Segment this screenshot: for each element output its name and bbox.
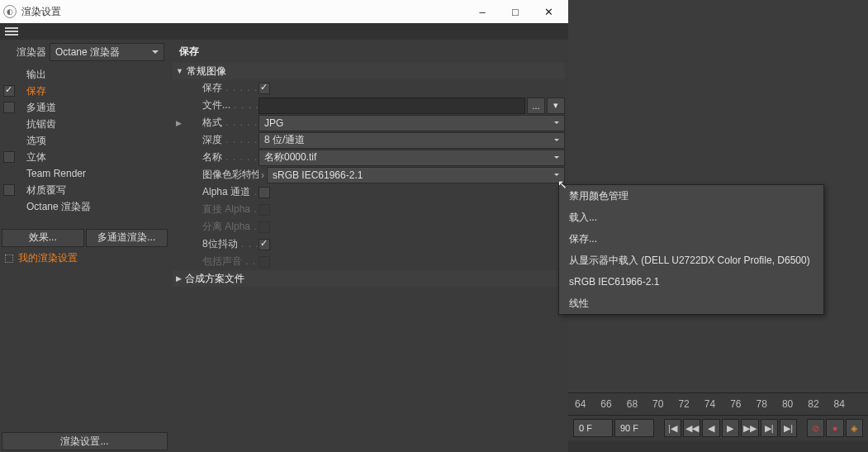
prev-frame-button[interactable]: ◀ bbox=[702, 419, 719, 437]
close-button[interactable]: ✕ bbox=[532, 0, 565, 23]
sidebar-item-output[interactable]: 输出 bbox=[0, 66, 169, 83]
row-separate-alpha: 分离 Alpha bbox=[173, 218, 565, 236]
window-title: 渲染设置 bbox=[21, 5, 466, 19]
menubar[interactable] bbox=[0, 23, 568, 40]
section-compositing[interactable]: ▶合成方案文件 bbox=[173, 270, 565, 287]
sidebar-item-save[interactable]: 保存 bbox=[0, 83, 169, 99]
status-bar bbox=[568, 440, 868, 452]
file-input[interactable] bbox=[259, 98, 525, 114]
row-depth: 深度 8 位/通道 bbox=[173, 131, 565, 149]
app-icon: ◐ bbox=[3, 5, 17, 18]
browse-button[interactable]: ... bbox=[527, 98, 545, 114]
sound-checkbox bbox=[259, 256, 270, 268]
end-frame-field[interactable]: 90 F bbox=[614, 419, 654, 437]
next-frame-button[interactable]: ▶▶ bbox=[741, 419, 758, 437]
timeline: 64 66 68 70 72 74 76 78 80 82 84 0 F 90 … bbox=[568, 393, 868, 452]
ctx-linear[interactable]: 线性 bbox=[559, 293, 823, 314]
dither-checkbox[interactable] bbox=[259, 239, 270, 250]
checkbox-icon[interactable] bbox=[3, 151, 15, 163]
preset-row[interactable]: 我的渲染设置 bbox=[0, 249, 169, 269]
sidebar-item-team[interactable]: Team Render bbox=[0, 165, 169, 182]
row-straight-alpha: 直接 Alpha bbox=[173, 201, 565, 218]
name-select[interactable]: 名称0000.tif bbox=[259, 150, 565, 166]
ctx-load[interactable]: 载入... bbox=[559, 207, 823, 228]
timeline-ruler[interactable]: 64 66 68 70 72 74 76 78 80 82 84 bbox=[568, 393, 868, 416]
timeline-controls: 0 F 90 F |◀ ◀◀ ◀ ▶ ▶▶ ▶| ▶| ⊘ ● ◈ bbox=[568, 416, 868, 440]
triangle-right-icon: ▶ bbox=[176, 274, 182, 283]
sidebar-item-aa[interactable]: 抗锯齿 bbox=[0, 116, 169, 132]
hamburger-icon[interactable] bbox=[5, 27, 18, 36]
sidebar-item-octane[interactable]: Octane 渲染器 bbox=[0, 198, 169, 215]
format-select[interactable]: JPG bbox=[259, 115, 565, 131]
checkbox-icon[interactable] bbox=[3, 184, 15, 196]
multipass-render-button[interactable]: 多通道渲染... bbox=[86, 229, 168, 247]
goto-end-button[interactable]: ▶| bbox=[780, 419, 797, 437]
renderer-label: 渲染器 bbox=[17, 45, 46, 59]
ctx-disable-cm[interactable]: 禁用颜色管理 bbox=[559, 185, 823, 207]
color-profile-context-menu: 禁用颜色管理 载入... 保存... 从显示器中载入 (DELL U2722DX… bbox=[558, 184, 824, 315]
sidebar-item-multipass[interactable]: 多通道 bbox=[0, 99, 169, 116]
straight-alpha-checkbox bbox=[259, 204, 270, 216]
section-regular-image[interactable]: ▼常规图像 bbox=[173, 63, 565, 79]
sidebar-item-stereo[interactable]: 立体 bbox=[0, 149, 169, 165]
row-dither: 8位抖动 bbox=[173, 236, 565, 253]
autokey-button[interactable]: ● bbox=[826, 419, 843, 437]
goto-start-button[interactable]: |◀ bbox=[664, 419, 681, 437]
checkbox-icon[interactable] bbox=[3, 85, 15, 97]
renderer-select[interactable]: Octane 渲染器 bbox=[50, 43, 164, 61]
preset-icon bbox=[5, 255, 13, 263]
panel-title: 保存 bbox=[173, 40, 565, 63]
titlebar[interactable]: ◐ 渲染设置 – □ ✕ bbox=[0, 0, 568, 23]
file-more-button[interactable]: ▾ bbox=[547, 98, 565, 114]
row-profile: 图像色彩特性 › sRGB IEC61966-2.1 bbox=[173, 166, 565, 183]
preset-label: 我的渲染设置 bbox=[18, 251, 78, 265]
save-checkbox[interactable] bbox=[259, 83, 270, 94]
play-button[interactable]: ▶ bbox=[722, 419, 739, 437]
triangle-right-icon[interactable]: ▶ bbox=[173, 119, 184, 127]
render-settings-window: ◐ 渲染设置 – □ ✕ 渲染器 Octane 渲染器 输出 保存 多通道 抗锯… bbox=[0, 0, 568, 452]
row-file: 文件... ...▾ bbox=[173, 97, 565, 114]
effect-button[interactable]: 效果... bbox=[2, 229, 84, 247]
separate-alpha-checkbox bbox=[259, 221, 270, 233]
left-panel: 渲染器 Octane 渲染器 输出 保存 多通道 抗锯齿 选项 立体 Team … bbox=[0, 40, 169, 452]
row-name: 名称 名称0000.tif bbox=[173, 149, 565, 166]
ctx-srgb[interactable]: sRGB IEC61966-2.1 bbox=[559, 271, 823, 293]
row-save: 保存 bbox=[173, 79, 565, 97]
render-settings-button[interactable]: 渲染设置... bbox=[2, 432, 168, 450]
current-frame-field[interactable]: 0 F bbox=[573, 419, 613, 437]
ctx-save[interactable]: 保存... bbox=[559, 228, 823, 250]
checkbox-icon[interactable] bbox=[3, 102, 15, 113]
keyframe-button[interactable]: ◈ bbox=[846, 419, 863, 437]
triangle-down-icon: ▼ bbox=[176, 67, 183, 75]
right-panel: 保存 ▼常规图像 保存 文件... ...▾ ▶格式 JPG 深度 8 位/通道… bbox=[169, 40, 568, 452]
alpha-checkbox[interactable] bbox=[259, 187, 270, 198]
ctx-from-monitor[interactable]: 从显示器中载入 (DELL U2722DX Color Profile, D65… bbox=[559, 250, 823, 271]
minimize-button[interactable]: – bbox=[466, 0, 499, 23]
row-format: ▶格式 JPG bbox=[173, 114, 565, 131]
record-button[interactable]: ⊘ bbox=[807, 419, 824, 437]
next-key-button[interactable]: ▶| bbox=[761, 419, 778, 437]
prev-key-button[interactable]: ◀◀ bbox=[683, 419, 700, 437]
maximize-button[interactable]: □ bbox=[499, 0, 532, 23]
sidebar-item-override[interactable]: 材质覆写 bbox=[0, 182, 169, 198]
chevron-right-icon: › bbox=[259, 169, 267, 181]
sidebar-list: 输出 保存 多通道 抗锯齿 选项 立体 Team Render 材质覆写 Oct… bbox=[0, 66, 169, 227]
profile-select[interactable]: sRGB IEC61966-2.1 bbox=[267, 167, 565, 183]
row-alpha: Alpha 通道 bbox=[173, 183, 565, 201]
sidebar-item-options[interactable]: 选项 bbox=[0, 132, 169, 149]
depth-select[interactable]: 8 位/通道 bbox=[259, 132, 565, 149]
row-sound: 包括声音 bbox=[173, 253, 565, 270]
